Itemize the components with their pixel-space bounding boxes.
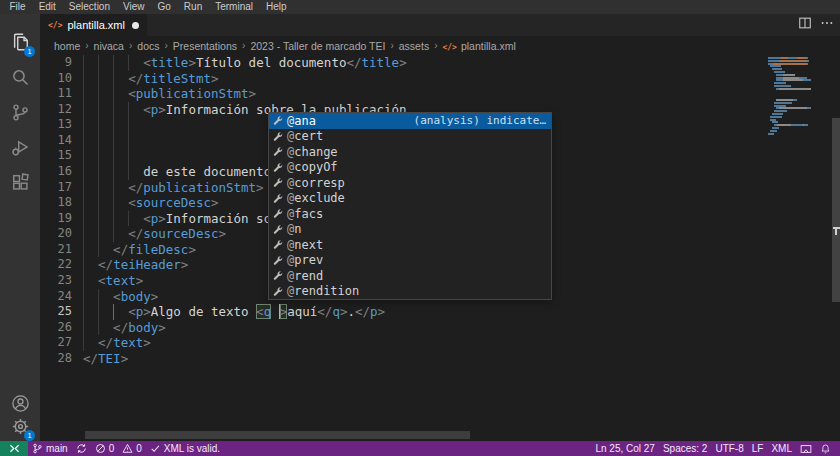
minimap-line: [774, 82, 786, 84]
search-icon[interactable]: [0, 62, 40, 92]
suggestion-facs[interactable]: @facs: [269, 206, 551, 222]
property-icon: [272, 177, 285, 188]
breadcrumb-item[interactable]: 2023 - Taller de marcado TEI: [250, 40, 385, 52]
tab-bar: </> plantilla.xml: [40, 14, 840, 36]
code-line[interactable]: 28</TEI>: [40, 351, 765, 367]
suggestion-ana[interactable]: @ana(analysis) indicate…: [269, 113, 551, 129]
breadcrumb-item[interactable]: nivaca: [94, 40, 124, 52]
suggestion-corresp[interactable]: @corresp: [269, 175, 551, 191]
code-line[interactable]: 11 <publicationStmt>: [40, 86, 765, 102]
minimap-line: [772, 121, 778, 123]
indent-guide: [83, 133, 84, 149]
badge: 1: [24, 430, 35, 441]
minimap-line: [768, 133, 774, 135]
suggestion-label: next: [294, 238, 323, 252]
suggestion-n[interactable]: @n: [269, 222, 551, 238]
menu-file[interactable]: File: [3, 0, 32, 14]
extensions-icon[interactable]: [0, 167, 40, 197]
line-number: 18: [40, 195, 72, 211]
code-line[interactable]: 10 </titleStmt>: [40, 71, 765, 87]
source-control-icon[interactable]: [0, 97, 40, 127]
suggestion-label: n: [294, 222, 301, 236]
indent-guide: [113, 148, 114, 164]
indent-guide: [98, 117, 99, 133]
menu-selection[interactable]: Selection: [62, 0, 116, 14]
suggestion-change[interactable]: @change: [269, 144, 551, 160]
status-xml-is-valid-[interactable]: XML is valid.: [146, 441, 224, 456]
settings-gear-icon[interactable]: 1: [0, 411, 40, 441]
indent-guide: [83, 148, 84, 164]
minimap-line: [774, 85, 791, 87]
status-remote-icon[interactable]: [0, 441, 28, 456]
breadcrumb-separator-icon: ›: [129, 40, 132, 51]
code-line[interactable]: 27 </text>: [40, 335, 765, 351]
menu-go[interactable]: Go: [151, 0, 177, 14]
minimap-line: [770, 65, 781, 67]
status-lf[interactable]: LF: [748, 441, 768, 456]
code-line[interactable]: 25 <p>Algo de texto <q >aquí</q>.</p>: [40, 304, 765, 320]
breadcrumb-separator-icon: ›: [85, 40, 88, 51]
editor-scrollbar[interactable]: [832, 55, 840, 441]
code-line[interactable]: 9 <title>Título del documento</title>: [40, 55, 765, 71]
status-spaces-2[interactable]: Spaces: 2: [659, 441, 711, 456]
breadcrumb-item[interactable]: home: [54, 40, 80, 52]
menu-terminal[interactable]: Terminal: [209, 0, 260, 14]
suggestion-copyOf[interactable]: @copyOf: [269, 160, 551, 176]
minimap[interactable]: [765, 55, 832, 441]
breadcrumb-item[interactable]: </>plantilla.xml: [442, 40, 515, 52]
code-line[interactable]: 26 </body>: [40, 320, 765, 336]
run-debug-icon[interactable]: [0, 132, 40, 162]
breadcrumb-item[interactable]: docs: [137, 40, 159, 52]
status-utf-8[interactable]: UTF-8: [711, 441, 747, 456]
minimap-line: [772, 68, 782, 70]
minimap-line: [770, 119, 776, 121]
status-cast-icon[interactable]: [796, 441, 816, 456]
code-text: </teiHeader>: [83, 257, 188, 273]
git-branch-icon: [32, 443, 43, 454]
status-bar: main00XML is valid. Ln 25, Col 27Spaces:…: [0, 441, 840, 456]
menu-help[interactable]: Help: [260, 0, 294, 14]
suggestion-label: exclude: [294, 191, 345, 205]
suggestion-cert[interactable]: @cert: [269, 129, 551, 145]
line-number: 17: [40, 180, 72, 196]
property-icon: [272, 115, 285, 126]
remote-icon: [8, 442, 21, 455]
suggestion-exclude[interactable]: @exclude: [269, 191, 551, 207]
cast-icon: [800, 443, 812, 455]
status-0[interactable]: 0: [91, 441, 119, 456]
code-text: </text>: [83, 335, 151, 351]
code-text: <publicationStmt>: [83, 86, 256, 102]
tab-label: plantilla.xml: [67, 19, 124, 31]
suggestion-next[interactable]: @next: [269, 237, 551, 253]
menu-run[interactable]: Run: [177, 0, 208, 14]
status-xml[interactable]: XML: [767, 441, 796, 456]
more-actions-icon[interactable]: [820, 16, 834, 34]
status-ln-25-col-27[interactable]: Ln 25, Col 27: [591, 441, 659, 456]
menu-edit[interactable]: Edit: [32, 0, 62, 14]
status-main[interactable]: main: [28, 441, 72, 456]
minimap-line: [768, 60, 809, 62]
suggestion-prev[interactable]: @prev: [269, 253, 551, 269]
minimap-line: [776, 79, 811, 81]
horizontal-scrollbar[interactable]: [85, 431, 470, 439]
menu-bar: FileEditSelectionViewGoRunTerminalHelp: [0, 0, 840, 14]
menu-view[interactable]: View: [117, 0, 152, 14]
tab-plantilla-xml[interactable]: </> plantilla.xml: [40, 14, 147, 36]
property-icon: [272, 270, 285, 281]
indent-guide: [128, 148, 129, 164]
line-number: 20: [40, 226, 72, 242]
suggestion-rendition[interactable]: @rendition: [269, 284, 551, 300]
status-bell-icon[interactable]: [816, 441, 835, 456]
line-number: 10: [40, 71, 72, 87]
explorer-icon[interactable]: 1: [0, 27, 40, 57]
scrollbar-slider[interactable]: [832, 118, 840, 302]
suggestion-rend[interactable]: @rend: [269, 268, 551, 284]
property-icon: [272, 224, 285, 235]
status-sync-icon[interactable]: [72, 441, 91, 456]
code-text: <p>Algo de texto <q >aquí</q>.</p>: [83, 304, 385, 320]
status-0[interactable]: 0: [118, 441, 146, 456]
split-editor-icon[interactable]: [798, 16, 812, 34]
breadcrumb-item[interactable]: assets: [399, 40, 429, 52]
minimap-line: [774, 124, 808, 126]
breadcrumb-item[interactable]: Presentations: [173, 40, 237, 52]
